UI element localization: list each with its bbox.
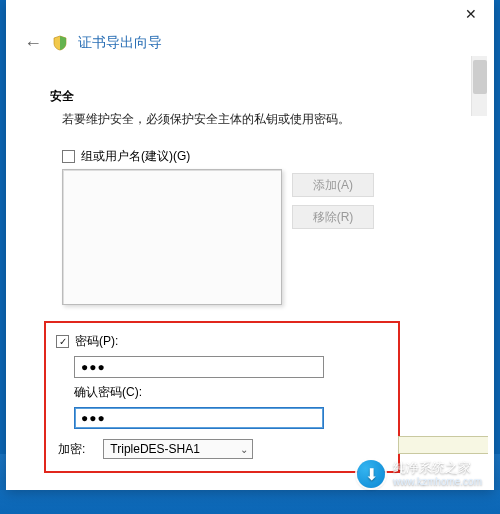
scrollbar-stub[interactable] <box>471 56 487 116</box>
desktop-edge-right <box>494 0 500 514</box>
confirm-password-input[interactable] <box>74 407 324 429</box>
group-users-buttons: 添加(A) 移除(R) <box>292 169 374 305</box>
back-arrow-icon[interactable]: ← <box>24 34 42 52</box>
encryption-label: 加密: <box>58 441 85 458</box>
certificate-shield-icon <box>52 35 68 51</box>
confirm-password-label: 确认密码(C): <box>74 384 388 401</box>
password-checkbox-row: 密码(P): <box>56 333 388 350</box>
group-users-listbox[interactable] <box>62 169 282 305</box>
group-users-row: 组或用户名(建议)(G) <box>62 148 460 165</box>
scrollbar-thumb[interactable] <box>473 60 487 94</box>
tooltip-fragment <box>398 436 488 454</box>
encryption-combobox[interactable]: TripleDES-SHA1 ⌄ <box>103 439 253 459</box>
watermark-url: www.kzmhome.com <box>393 476 482 488</box>
wizard-body: 安全 若要维护安全，必须保护安全主体的私钥或使用密码。 组或用户名(建议)(G)… <box>6 62 494 490</box>
group-users-checkbox[interactable] <box>62 150 75 163</box>
titlebar: ✕ <box>6 0 494 30</box>
chevron-down-icon: ⌄ <box>240 444 248 455</box>
wizard-title: 证书导出向导 <box>78 34 162 52</box>
watermark: ⬇ 纯净系统之家 www.kzmhome.com <box>357 460 482 488</box>
close-button[interactable]: ✕ <box>448 0 494 28</box>
password-checkbox[interactable] <box>56 335 69 348</box>
watermark-badge-icon: ⬇ <box>357 460 385 488</box>
add-button[interactable]: 添加(A) <box>292 173 374 197</box>
wizard-header: ← 证书导出向导 <box>6 30 494 62</box>
group-users-label: 组或用户名(建议)(G) <box>81 148 190 165</box>
security-description: 若要维护安全，必须保护安全主体的私钥或使用密码。 <box>62 111 460 128</box>
remove-button[interactable]: 移除(R) <box>292 205 374 229</box>
password-highlight-box: 密码(P): 确认密码(C): 加密: TripleDES-SHA1 ⌄ <box>44 321 400 473</box>
password-label: 密码(P): <box>75 333 118 350</box>
watermark-text: 纯净系统之家 www.kzmhome.com <box>393 461 482 487</box>
password-input[interactable] <box>74 356 324 378</box>
encryption-row: 加密: TripleDES-SHA1 ⌄ <box>56 439 388 459</box>
security-heading: 安全 <box>50 88 460 105</box>
group-users-area: 添加(A) 移除(R) <box>62 169 460 305</box>
encryption-selected-value: TripleDES-SHA1 <box>110 442 200 456</box>
wizard-window: ✕ ← 证书导出向导 安全 若要维护安全，必须保护安全主体的私钥或使用密码。 组… <box>6 0 494 490</box>
watermark-name: 纯净系统之家 <box>393 461 482 476</box>
